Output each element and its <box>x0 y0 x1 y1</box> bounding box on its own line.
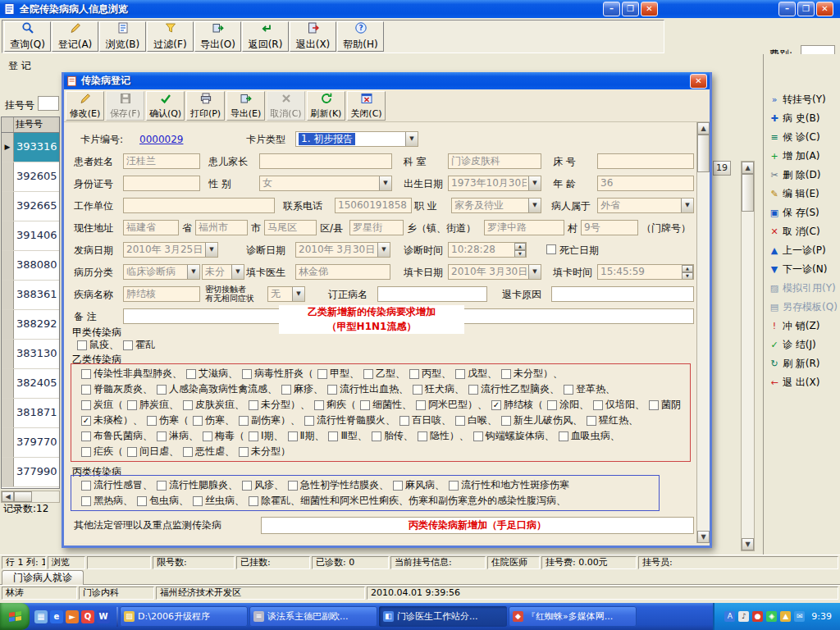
disease-checkbox[interactable] <box>455 416 465 426</box>
dialog-cancel-button[interactable]: 取消(C) <box>267 91 305 121</box>
start-button[interactable] <box>0 603 30 630</box>
dialog-refresh-button[interactable]: 刷新(K) <box>307 91 345 121</box>
dialog-vscrollbar[interactable]: ▲ ▼ <box>696 122 710 543</box>
disease-checkbox[interactable] <box>416 400 426 410</box>
district-field[interactable]: 马尾区 <box>264 220 317 235</box>
guardian-field[interactable] <box>259 153 392 169</box>
network-icon[interactable]: ◈ <box>766 611 777 622</box>
grid-row[interactable]: 392605 <box>2 162 59 192</box>
chevron-down-icon[interactable]: ▼ <box>379 176 391 190</box>
show-desktop-icon[interactable]: ▦ <box>34 610 48 623</box>
disease-checkbox[interactable] <box>157 431 167 441</box>
patient-name-field[interactable]: 汪桂兰 <box>123 153 200 169</box>
grid-row[interactable]: 381871 <box>2 399 59 428</box>
dialog-save-button[interactable]: 保存(F) <box>106 91 144 121</box>
case-class-select[interactable]: 临床诊断病 ▼ <box>123 264 200 280</box>
diag-time-field[interactable]: 10:28:28 ▲▼ <box>448 242 527 258</box>
disease-checkbox[interactable] <box>249 496 258 506</box>
disease-checkbox[interactable] <box>81 400 91 410</box>
hscroll-thumb[interactable] <box>14 491 32 502</box>
side-add-button[interactable]: +增 加(A) <box>766 147 838 166</box>
vscroll-track[interactable] <box>742 212 754 538</box>
disease-checkbox[interactable] <box>399 416 409 426</box>
input-method-icon[interactable]: A <box>724 611 735 622</box>
disease-checkbox[interactable] <box>587 416 596 426</box>
disease-checkbox[interactable] <box>81 369 91 379</box>
toolbar-search-button[interactable]: 查询(Q) <box>4 21 51 52</box>
disease-checkbox[interactable] <box>409 369 419 379</box>
grid-row[interactable]: 388292 <box>2 310 59 340</box>
disease-checkbox[interactable] <box>157 385 167 395</box>
media-player-icon[interactable]: ► <box>66 610 79 623</box>
bed-field[interactable] <box>597 153 694 169</box>
disease-checkbox[interactable] <box>81 496 91 506</box>
disease-checkbox[interactable] <box>81 385 91 395</box>
spinner-icon[interactable]: ▲▼ <box>514 243 526 257</box>
disease-checkbox[interactable] <box>183 447 193 457</box>
disease-checkbox[interactable] <box>147 416 157 426</box>
chevron-down-icon[interactable]: ▼ <box>528 265 541 279</box>
side-history-button[interactable]: ✚病 史(B) <box>766 109 838 128</box>
grid-row[interactable]: 391406 <box>2 221 59 251</box>
disease-checkbox[interactable] <box>449 481 459 491</box>
grid-column-header[interactable]: 挂号号 <box>14 117 59 132</box>
chevron-down-icon[interactable]: ▼ <box>205 243 217 257</box>
scroll-left-icon[interactable]: ◀ <box>2 491 14 502</box>
refund-field[interactable] <box>551 286 694 302</box>
grid-row[interactable]: 383130 <box>2 340 59 369</box>
fill-time-field[interactable]: 15:45:59 ▲▼ <box>597 264 694 280</box>
grid-row[interactable]: 377990 <box>2 458 59 487</box>
dialog-print-button[interactable]: 打印(P) <box>186 91 225 121</box>
disease-checkbox[interactable] <box>81 447 91 457</box>
disease-checkbox[interactable] <box>317 369 327 379</box>
disease-checkbox[interactable] <box>288 431 298 441</box>
disease-checkbox[interactable] <box>127 447 137 457</box>
disease-checkbox[interactable] <box>413 385 422 395</box>
disease-checkbox[interactable] <box>304 416 314 426</box>
dept-field[interactable]: 门诊皮肤科 <box>448 153 541 169</box>
vscroll-track[interactable] <box>697 172 710 531</box>
toolbar-register-button[interactable]: 登记(A) <box>52 21 98 52</box>
chevron-down-icon[interactable]: ▼ <box>231 265 244 279</box>
ie-icon[interactable]: e <box>50 610 63 623</box>
road-field[interactable]: 罗津中路 <box>484 220 564 235</box>
house-field[interactable]: 9号 <box>581 220 638 235</box>
other-diseases-field[interactable]: 丙类传染病新增加（手足口病） <box>261 517 694 534</box>
messenger-icon[interactable]: ✉ <box>794 611 805 622</box>
disease-checkbox[interactable] <box>327 385 337 395</box>
regno-input[interactable] <box>38 96 59 111</box>
side-cancel-button[interactable]: ✕取 消(C) <box>766 222 838 241</box>
side-save-template-button[interactable]: ▤另存模板(Q) <box>766 298 838 317</box>
minimize-button[interactable]: – <box>778 2 796 16</box>
disease-checkbox[interactable] <box>239 447 249 457</box>
vscroll-thumb[interactable] <box>742 174 754 212</box>
side-edit-button[interactable]: ✎编 辑(E) <box>766 185 838 203</box>
disease-checkbox[interactable] <box>393 481 403 491</box>
taskbar-clock[interactable]: 9:39 <box>811 611 832 622</box>
disease-checkbox[interactable] <box>193 496 203 506</box>
disease-checkbox[interactable] <box>81 431 91 441</box>
city-field[interactable]: 福州市 <box>195 220 248 235</box>
toolbar-exit-button[interactable]: 退出(X) <box>290 21 336 52</box>
child-restore-button[interactable]: ❐ <box>622 2 639 16</box>
side-template-quote-button[interactable]: ▨模拟引用(Y) <box>766 279 838 298</box>
disease-checkbox[interactable] <box>314 400 324 410</box>
grid-row[interactable]: ▶393316 <box>2 133 59 162</box>
grid-row[interactable]: 392665 <box>2 192 59 221</box>
grid-row[interactable]: 388361 <box>2 281 59 310</box>
disease-checkbox[interactable] <box>473 431 483 441</box>
scroll-down-icon[interactable]: ▼ <box>742 538 754 550</box>
job-select[interactable]: 家务及待业 ▼ <box>451 198 541 213</box>
chevron-down-icon[interactable]: ▼ <box>292 287 304 301</box>
diag-date-field[interactable]: 2010年 3月30日 ▼ <box>295 242 390 258</box>
main-vscrollbar[interactable]: ▲ ▼ <box>741 161 755 551</box>
vscroll-thumb[interactable] <box>697 135 710 172</box>
street-field[interactable]: 罗星街 <box>349 220 404 235</box>
belong-select[interactable]: 外省 ▼ <box>597 198 694 213</box>
disease-checkbox[interactable] <box>137 496 147 506</box>
card-no-link[interactable]: 0000029 <box>139 134 183 145</box>
disease-name-field[interactable]: 肺结核 <box>123 286 200 302</box>
disease-checkbox[interactable] <box>242 369 252 379</box>
disease-checkbox[interactable] <box>239 416 249 426</box>
work-field[interactable] <box>123 198 275 213</box>
